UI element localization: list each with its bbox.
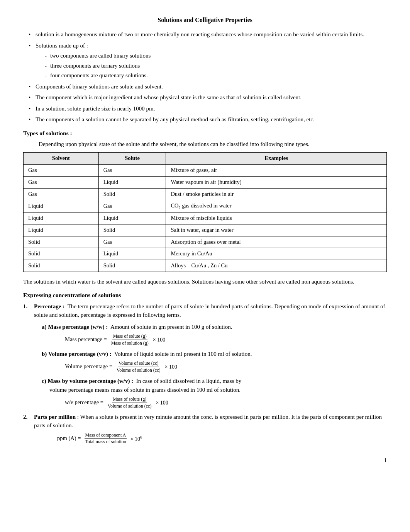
col-examples: Examples	[166, 153, 387, 165]
pct-heading: Percentage :	[34, 303, 64, 309]
cell-solvent: Liquid	[24, 224, 99, 236]
mass-pct-prefix: Mass percentage =	[65, 335, 107, 344]
ppm-num: 2.	[23, 413, 27, 422]
massbyvol-label: c)	[42, 378, 46, 384]
cell-solvent: Liquid	[24, 212, 99, 224]
page-title: Solutions and Colligative Properties	[23, 15, 387, 25]
ppm-prefix: ppm (A) =	[57, 434, 81, 443]
massbyvol-fraction: Mass of solute (g) Volume of solution (c…	[107, 396, 152, 409]
cell-solute: Gas	[98, 200, 166, 212]
ppm-numerator: Mass of component A	[85, 432, 127, 439]
bullet-5: In a solution, solute particle size is n…	[27, 104, 387, 113]
ppm-heading: Parts per million	[34, 414, 76, 420]
table-row: SolidSolidAlloys – Cu/Au , Zn / Cu	[24, 260, 387, 272]
solutions-table: Solvent Solute Examples GasGasMixture of…	[23, 152, 387, 272]
cell-solute: Liquid	[98, 248, 166, 260]
bullet-2: Solutions made up of : two components ar…	[27, 41, 387, 80]
massbyvol-numerator: Mass of solute (g)	[112, 396, 147, 403]
vol-pct-numerator: Volume of solute (cc)	[118, 360, 159, 367]
sub-item-quartenary: four components are quartenary solutions…	[43, 71, 387, 80]
sub-item-ternary: three components are ternary solutions	[43, 61, 387, 70]
cell-example: Adsorption of gases over metal	[166, 236, 387, 248]
table-row: LiquidLiquidMixture of miscible liquids	[24, 212, 387, 224]
vol-pct-text: Volume of liquid solute in ml present in…	[114, 351, 252, 357]
mass-pct-numerator: Mass of solute (g)	[112, 333, 147, 340]
pct-content: Percentage : The term percentage refers …	[34, 303, 385, 318]
bullet-4: The component which is major ingredient …	[27, 93, 387, 102]
massbyvol-formula: w/v percentage = Mass of solute (g) Volu…	[65, 396, 387, 409]
massbyvol-denominator: Volume of solution (cc)	[107, 403, 152, 409]
vol-pct-prefix: Volume percentage =	[65, 362, 112, 371]
cell-example: Salt in water, sugar in water	[166, 224, 387, 236]
cell-solute: Liquid	[98, 212, 166, 224]
sub-item-binary: two components are called binary solutio…	[43, 51, 387, 60]
vol-pct-fraction: Volume of solute (cc) Volume of solution…	[116, 360, 161, 373]
mass-pct-times: × 100	[153, 336, 165, 344]
massbyvol-text2: volume percentage means mass of solute i…	[49, 387, 241, 393]
massbyvol-times: × 100	[156, 399, 168, 407]
massbyvol-text2-line: volume percentage means mass of solute i…	[42, 386, 387, 394]
vol-pct-formula: Volume percentage = Volume of solute (cc…	[65, 360, 387, 373]
ppm-times: × 106	[130, 434, 142, 443]
ppm-item: 2. Parts per million : When a solute is …	[23, 413, 387, 445]
mass-pct-fraction: Mass of solute (g) Mass of solution (g)	[110, 333, 149, 346]
cell-solvent: Gas	[24, 165, 99, 177]
mass-pct-heading: Mass percentage (w/w) :	[48, 324, 108, 330]
mass-pct-label: a)	[42, 324, 47, 330]
pct-text: The term percentage refers to the number…	[34, 303, 385, 318]
table-row: LiquidSolidSalt in water, sugar in water	[24, 224, 387, 236]
page-number: 1	[23, 456, 387, 464]
massbyvol-prefix: w/v percentage =	[65, 398, 103, 407]
cell-solvent: Solid	[24, 260, 99, 272]
vol-pct-label: b)	[42, 351, 47, 357]
cell-solute: Solid	[98, 224, 166, 236]
bullet-3: Components of binary solutions are solut…	[27, 82, 387, 91]
cell-solute: Solid	[98, 188, 166, 200]
aqueous-para: The solutions in which water is the solv…	[23, 277, 387, 286]
cell-solvent: Gas	[24, 176, 99, 188]
massbyvol-item: c) Mass by volume percentage (w/v) : In …	[42, 377, 387, 409]
expressing-heading: Expressing concentrations of solutions	[23, 291, 387, 299]
vol-pct-heading: Volume percentage (v/v) :	[48, 351, 112, 357]
table-row: GasGasMixture of gases, air	[24, 165, 387, 177]
ppm-exponent: 6	[140, 435, 142, 439]
cell-solvent: Solid	[24, 236, 99, 248]
table-row: GasSolidDust / smoke particles in air	[24, 188, 387, 200]
cell-solvent: Solid	[24, 248, 99, 260]
cell-example: CO2 gas dissolved in water	[166, 200, 387, 212]
ppm-content: Parts per million : When a solute is pre…	[34, 414, 382, 429]
cell-solute: Liquid	[98, 176, 166, 188]
mass-pct-formula: Mass percentage = Mass of solute (g) Mas…	[65, 333, 387, 346]
cell-solute: Solid	[98, 260, 166, 272]
bullet-1: solution is a homogeneous mixture of two…	[27, 30, 387, 39]
percentage-item: 1. Percentage : The term percentage refe…	[23, 302, 387, 409]
cell-solvent: Liquid	[24, 200, 99, 212]
vol-pct-times: × 100	[165, 363, 177, 371]
types-heading: Types of solutions :	[23, 129, 387, 138]
col-solvent: Solvent	[24, 153, 99, 165]
main-bullet-list: solution is a homogeneous mixture of two…	[23, 30, 387, 124]
vol-pct-denominator: Volume of solution (cc)	[116, 367, 161, 373]
table-row: SolidGasAdsorption of gases over metal	[24, 236, 387, 248]
cell-example: Mixture of miscible liquids	[166, 212, 387, 224]
mass-pct-denominator: Mass of solution (g)	[110, 340, 149, 346]
mass-pct-item: a) Mass percentage (w/w) : Amount of sol…	[42, 323, 387, 346]
cell-solvent: Gas	[24, 188, 99, 200]
bullet-6: The components of a solution cannot be s…	[27, 115, 387, 124]
types-intro: Depending upon physical state of the sol…	[23, 140, 387, 149]
cell-example: Alloys – Cu/Au , Zn / Cu	[166, 260, 387, 272]
vol-pct-item: b) Volume percentage (v/v) : Volume of l…	[42, 350, 387, 373]
massbyvol-heading: Mass by volume percentage (w/v) :	[47, 378, 133, 384]
cell-example: Mercury in Cu/Au	[166, 248, 387, 260]
ppm-denominator: Total mass of solution	[84, 439, 127, 444]
mass-pct-text: Amount of solute in gm present in 100 g …	[110, 324, 232, 330]
table-row: LiquidGasCO2 gas dissolved in water	[24, 200, 387, 212]
ppm-formula: ppm (A) = Mass of component A Total mass…	[57, 432, 387, 445]
pct-num: 1.	[23, 302, 27, 311]
cell-example: Water vapours in air (humidity)	[166, 176, 387, 188]
sub-list-solutions: two components are called binary solutio…	[36, 51, 387, 80]
table-row: GasLiquidWater vapours in air (humidity)	[24, 176, 387, 188]
cell-example: Mixture of gases, air	[166, 165, 387, 177]
sub-alpha: a) Mass percentage (w/w) : Amount of sol…	[34, 323, 387, 409]
ppm-text: : When a solute is present in very minut…	[34, 414, 382, 429]
